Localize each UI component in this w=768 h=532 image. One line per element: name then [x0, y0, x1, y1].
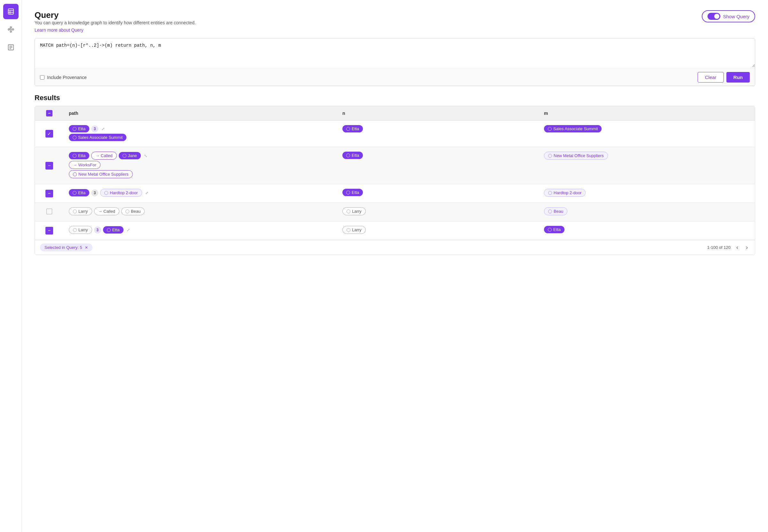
- table-row: Etta 3 ⤢ Sales Associate Summit: [35, 121, 755, 147]
- table-row: Larry 3 Etta ⤢ La: [35, 221, 755, 240]
- beau-m-chip[interactable]: Beau: [544, 207, 567, 215]
- hardtop-chip[interactable]: Hardtop 2-door: [100, 189, 142, 197]
- next-page-button[interactable]: ›: [744, 243, 750, 251]
- header-path: path: [64, 106, 337, 121]
- query-box: MATCH path=(n)-[r*..2]->(m) return path,…: [35, 38, 755, 86]
- row-minus[interactable]: [45, 190, 53, 197]
- results-title: Results: [35, 94, 755, 102]
- expand-icon[interactable]: ⤢: [101, 127, 105, 131]
- svg-point-6: [12, 29, 14, 30]
- provenance-checkbox[interactable]: [40, 75, 44, 80]
- chip-row-2: → WorksFor: [69, 161, 332, 169]
- expand-icon[interactable]: ⤢: [127, 228, 130, 232]
- row-control-cell[interactable]: [35, 203, 64, 221]
- data-table: path n m Etta: [35, 106, 755, 240]
- expand-icon[interactable]: ⤡: [144, 154, 147, 158]
- etta-chip[interactable]: Etta: [69, 189, 89, 196]
- newmetal-chip[interactable]: New Metal Office Suppliers: [69, 170, 133, 178]
- circle-icon: [73, 172, 77, 176]
- etta-n-chip[interactable]: Etta: [342, 152, 363, 159]
- circle-icon: [104, 191, 108, 195]
- circle-icon: [548, 191, 552, 195]
- prev-page-button[interactable]: ‹: [734, 243, 740, 251]
- pagination-label: 1-100 of 120: [707, 245, 731, 250]
- chip-row-1: Etta 3 ⤢: [69, 125, 332, 132]
- header-minus-button[interactable]: [46, 110, 52, 116]
- row-minus[interactable]: [45, 162, 53, 170]
- beau-chip[interactable]: Beau: [121, 207, 145, 215]
- etta-n-chip[interactable]: Etta: [342, 125, 363, 132]
- row-empty-checkbox[interactable]: [46, 209, 52, 214]
- hardtop-m-chip[interactable]: Hardtop 2-door: [544, 189, 586, 197]
- toggle-switch[interactable]: [708, 13, 720, 20]
- svg-rect-0: [8, 9, 13, 14]
- query-textarea[interactable]: MATCH path=(n)-[r*..2]->(m) return path,…: [35, 38, 755, 67]
- larry-chip[interactable]: Larry: [69, 207, 92, 215]
- show-query-label: Show Query: [723, 14, 749, 19]
- circle-icon: [548, 154, 552, 158]
- run-button[interactable]: Run: [726, 72, 750, 83]
- header-checkbox-cell[interactable]: [35, 106, 64, 121]
- row-check[interactable]: [45, 130, 53, 138]
- called-chip[interactable]: → Called: [94, 207, 119, 215]
- n-cell: Larry: [337, 203, 539, 221]
- show-query-toggle[interactable]: Show Query: [702, 10, 755, 22]
- main-content: Query You can query a knowledge graph to…: [22, 0, 768, 532]
- header-n: n: [337, 106, 539, 121]
- clear-selection-button[interactable]: ✕: [85, 245, 88, 250]
- larry-n-chip[interactable]: Larry: [342, 207, 366, 215]
- chip-row-1: Etta 3 Hardtop 2-door ⤢: [69, 189, 332, 197]
- row-control-cell[interactable]: [35, 147, 64, 184]
- chip-row-3: New Metal Office Suppliers: [69, 170, 332, 178]
- sidebar-item-edit[interactable]: [3, 40, 19, 55]
- clear-button[interactable]: Clear: [698, 72, 724, 83]
- jane-chip[interactable]: Jane: [119, 152, 141, 159]
- circle-icon: [73, 154, 76, 158]
- etta-chip[interactable]: Etta: [103, 226, 124, 234]
- number-chip: 3: [91, 189, 98, 196]
- table-row: Larry → Called Beau Larry: [35, 203, 755, 221]
- circle-icon: [123, 154, 126, 158]
- circle-icon: [73, 136, 76, 139]
- row-control-cell[interactable]: [35, 184, 64, 203]
- worksfor-chip[interactable]: → WorksFor: [69, 161, 100, 169]
- row-minus[interactable]: [45, 227, 53, 234]
- sales-m-chip[interactable]: Sales Associate Summit: [544, 125, 602, 132]
- circle-icon: [548, 210, 552, 213]
- page-title: Query: [35, 10, 196, 20]
- row-control-cell[interactable]: [35, 221, 64, 240]
- sales-chip[interactable]: Sales Associate Summit: [69, 134, 126, 141]
- sidebar-item-graph[interactable]: [3, 22, 19, 37]
- number-chip: 3: [94, 226, 101, 234]
- circle-icon: [347, 210, 350, 213]
- newmetal-m-chip[interactable]: New Metal Office Suppliers: [544, 152, 608, 160]
- provenance-label[interactable]: Include Provenance: [40, 75, 87, 80]
- chip-row-1: Larry → Called Beau: [69, 207, 332, 215]
- learn-more-link[interactable]: Learn more about Query: [35, 28, 84, 33]
- svg-point-7: [10, 31, 12, 32]
- n-cell: Etta: [337, 184, 539, 203]
- circle-icon: [346, 154, 350, 157]
- larry-chip[interactable]: Larry: [69, 226, 92, 234]
- larry-n-chip[interactable]: Larry: [342, 226, 366, 234]
- selected-label: Selected in Query: 5: [44, 245, 82, 250]
- etta-n-chip[interactable]: Etta: [342, 189, 363, 196]
- path-cell: Etta 3 Hardtop 2-door ⤢: [64, 184, 337, 203]
- etta-chip[interactable]: Etta: [69, 152, 89, 159]
- number-chip: 3: [91, 125, 98, 132]
- page-header: Query You can query a knowledge graph to…: [35, 10, 755, 33]
- provenance-text: Include Provenance: [47, 75, 87, 80]
- table-row: Etta → Called Jane ⤡ → WorksFor: [35, 147, 755, 184]
- path-cell: Etta 3 ⤢ Sales Associate Summit: [64, 121, 337, 147]
- circle-icon: [548, 228, 552, 232]
- header-left: Query You can query a knowledge graph to…: [35, 10, 196, 33]
- called-chip[interactable]: → Called: [91, 152, 116, 160]
- pagination: 1-100 of 120 ‹ ›: [707, 243, 750, 251]
- row-control-cell[interactable]: [35, 121, 64, 147]
- sidebar-item-table[interactable]: [3, 4, 19, 19]
- etta-m-chip[interactable]: Etta: [544, 226, 564, 233]
- m-cell: Etta: [539, 221, 755, 240]
- etta-chip[interactable]: Etta: [69, 125, 89, 132]
- expand-icon[interactable]: ⤢: [145, 191, 148, 195]
- n-cell: Larry: [337, 221, 539, 240]
